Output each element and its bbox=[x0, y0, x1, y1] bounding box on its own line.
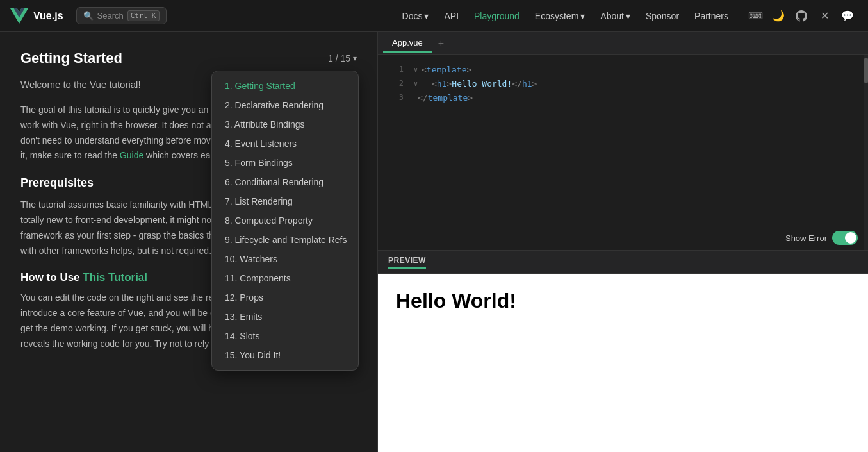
nav-icon-group: ⌨ 🌙 ✕ 💬 bbox=[745, 6, 858, 26]
search-label: Search bbox=[97, 11, 124, 21]
nav-ecosystem[interactable]: Ecosystem ▾ bbox=[528, 7, 591, 25]
step-text: 1 / 15 bbox=[328, 53, 350, 63]
editor-tabs: App.vue + bbox=[378, 32, 868, 55]
dropdown-item-1[interactable]: 1. Getting Started bbox=[212, 76, 358, 96]
preview-content: Hello World! bbox=[378, 274, 868, 452]
dropdown-item-10[interactable]: 10. Watchers bbox=[212, 249, 358, 269]
toggle-knob bbox=[845, 232, 856, 244]
code-editor: App.vue + 1 ∨ <template> 2 ∨ <h1>Hello W… bbox=[378, 32, 868, 250]
dropdown-item-3[interactable]: 3. Attribute Bindings bbox=[212, 115, 358, 134]
step-chevron-down-icon: ▾ bbox=[353, 54, 357, 63]
dropdown-item-7[interactable]: 7. List Rendering bbox=[212, 192, 358, 211]
tutorial-panel: Getting Started 1 / 15 ▾ 1. Getting Star… bbox=[0, 32, 378, 452]
dropdown-item-5[interactable]: 5. Form Bindings bbox=[212, 153, 358, 172]
search-shortcut: Ctrl K bbox=[127, 10, 160, 21]
nav-partners[interactable]: Partners bbox=[688, 7, 735, 25]
theme-toggle-icon[interactable]: 🌙 bbox=[768, 6, 789, 26]
code-line-3: 3 </template> bbox=[378, 91, 868, 105]
dropdown-item-15[interactable]: 15. You Did It! bbox=[212, 346, 358, 365]
chevron-down-icon: ▾ bbox=[424, 11, 429, 21]
step-indicator[interactable]: 1 / 15 ▾ bbox=[328, 53, 357, 63]
nav-api[interactable]: API bbox=[438, 7, 465, 25]
show-error-bar: Show Error bbox=[785, 231, 858, 245]
preview-tabs: PREVIEW bbox=[378, 251, 868, 274]
dropdown-item-2[interactable]: 2. Declarative Rendering bbox=[212, 96, 358, 115]
dropdown-item-8[interactable]: 8. Computed Property bbox=[212, 211, 358, 230]
show-error-label: Show Error bbox=[785, 233, 827, 243]
dropdown-item-12[interactable]: 12. Props bbox=[212, 288, 358, 307]
dropdown-item-13[interactable]: 13. Emits bbox=[212, 307, 358, 326]
tab-preview[interactable]: PREVIEW bbox=[388, 256, 426, 269]
dropdown-item-6[interactable]: 6. Conditional Rendering bbox=[212, 172, 358, 192]
nav-links: Docs ▾ API Playground Ecosystem ▾ About … bbox=[396, 7, 735, 25]
show-error-toggle[interactable] bbox=[832, 231, 858, 245]
guide-link[interactable]: Guide bbox=[120, 150, 143, 160]
dropdown-item-11[interactable]: 11. Components bbox=[212, 269, 358, 288]
navbar: Vue.js 🔍 Search Ctrl K Docs ▾ API Playgr… bbox=[0, 0, 868, 32]
section-header: Getting Started 1 / 15 ▾ bbox=[20, 50, 357, 67]
code-line-2: 2 ∨ <h1>Hello World!</h1> bbox=[378, 77, 868, 91]
tab-app-vue[interactable]: App.vue bbox=[383, 34, 432, 53]
nav-about[interactable]: About ▾ bbox=[594, 7, 637, 25]
editor-panel: App.vue + 1 ∨ <template> 2 ∨ <h1>Hello W… bbox=[378, 32, 868, 452]
dropdown-item-9[interactable]: 9. Lifecycle and Template Refs bbox=[212, 230, 358, 249]
step-dropdown: 1. Getting Started 2. Declarative Render… bbox=[211, 71, 359, 371]
code-line-1: 1 ∨ <template> bbox=[378, 63, 868, 77]
discord-icon[interactable]: 💬 bbox=[837, 6, 858, 26]
chevron-down-icon: ▾ bbox=[580, 11, 585, 21]
search-box[interactable]: 🔍 Search Ctrl K bbox=[76, 7, 167, 24]
dropdown-item-4[interactable]: 4. Event Listeners bbox=[212, 134, 358, 153]
main-layout: Getting Started 1 / 15 ▾ 1. Getting Star… bbox=[0, 32, 868, 452]
highlight-text: This Tutorial bbox=[83, 271, 147, 283]
editor-scrollbar[interactable] bbox=[864, 55, 868, 250]
preview-panel: PREVIEW Hello World! bbox=[378, 251, 868, 452]
add-tab-button[interactable]: + bbox=[433, 35, 449, 52]
preview-hello-world: Hello World! bbox=[396, 289, 850, 313]
logo-text: Vue.js bbox=[33, 10, 63, 22]
nav-docs[interactable]: Docs ▾ bbox=[396, 7, 436, 25]
vue-logo-icon bbox=[10, 7, 28, 25]
chevron-down-icon: ▾ bbox=[626, 11, 630, 21]
code-lines[interactable]: 1 ∨ <template> 2 ∨ <h1>Hello World!</h1>… bbox=[378, 55, 868, 250]
scrollbar-thumb bbox=[864, 58, 868, 83]
page-title: Getting Started bbox=[20, 50, 122, 67]
logo[interactable]: Vue.js bbox=[10, 7, 63, 25]
search-icon: 🔍 bbox=[83, 11, 94, 21]
github-icon[interactable] bbox=[791, 6, 812, 26]
dropdown-item-14[interactable]: 14. Slots bbox=[212, 326, 358, 346]
twitter-icon[interactable]: ✕ bbox=[814, 6, 835, 26]
nav-sponsor[interactable]: Sponsor bbox=[639, 7, 685, 25]
translate-icon[interactable]: ⌨ bbox=[745, 6, 766, 26]
tab-label: App.vue bbox=[392, 38, 423, 47]
nav-playground[interactable]: Playground bbox=[468, 7, 526, 25]
